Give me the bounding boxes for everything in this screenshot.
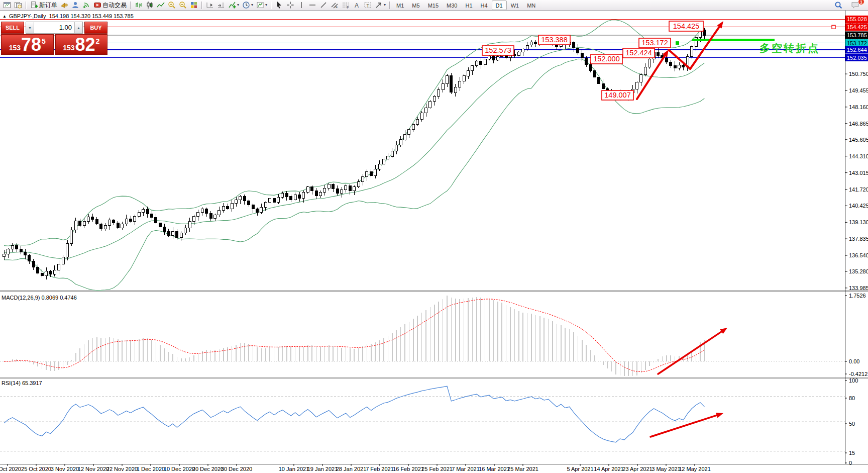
search-button[interactable]: [833, 1, 844, 10]
new-order-label: 新订单: [39, 1, 57, 10]
trendline-tool-button[interactable]: [318, 1, 329, 10]
buy-button[interactable]: BUY: [84, 22, 107, 34]
cursor-tool-button[interactable]: [274, 1, 285, 10]
chart-marker-icon: ▲: [3, 14, 7, 19]
svg-text:25 Mar 2021: 25 Mar 2021: [507, 466, 538, 472]
macd-histogram: [4, 296, 704, 376]
crosshair-tool-button[interactable]: [285, 1, 296, 10]
svg-text:133.985: 133.985: [849, 285, 868, 291]
arrows-tool-button[interactable]: ▾: [373, 1, 387, 10]
tile-windows-button[interactable]: [188, 1, 199, 10]
vertical-line-tool-button[interactable]: [296, 1, 307, 10]
svg-text:16 Feb 2021: 16 Feb 2021: [393, 466, 424, 472]
new-chart-button[interactable]: [2, 1, 13, 10]
timeframe-M30[interactable]: M30: [443, 1, 461, 10]
chart-canvas[interactable]: 多空转折点154.425153.388153.172152.573152.424…: [0, 0, 868, 473]
template-button[interactable]: ▾: [255, 1, 269, 10]
svg-text:137.835: 137.835: [849, 236, 868, 242]
arrow-shapes-icon: [375, 1, 383, 9]
new-order-icon: [30, 1, 38, 9]
svg-text:146.865: 146.865: [849, 121, 868, 127]
svg-text:12 Nov 2020: 12 Nov 2020: [78, 466, 109, 472]
svg-text:15: 15: [849, 450, 855, 456]
add-indicator-button[interactable]: ▾: [227, 1, 241, 10]
time-axis[interactable]: 5 Oct 202025 Oct 20203 Nov 202012 Nov 20…: [0, 464, 711, 472]
svg-text:144.310: 144.310: [849, 153, 868, 159]
buy-price-display[interactable]: 153 82 2: [55, 34, 108, 55]
svg-text:3 May 2021: 3 May 2021: [652, 466, 680, 472]
template-icon: [256, 1, 264, 9]
horizontal-line-tool-button[interactable]: [307, 1, 318, 10]
svg-text:50: 50: [849, 421, 855, 427]
svg-text:153.785: 153.785: [847, 32, 867, 38]
volume-decrease-button[interactable]: ▼: [26, 22, 34, 33]
svg-text:153.172: 153.172: [847, 40, 867, 46]
timeframe-MN[interactable]: MN: [523, 1, 539, 10]
svg-text:149.455: 149.455: [849, 87, 868, 93]
equidistant-channel-icon: E: [331, 1, 339, 9]
svg-text:7 Feb 2021: 7 Feb 2021: [366, 466, 394, 472]
fibonacci-tool-button[interactable]: F: [340, 1, 351, 10]
timeframe-H4[interactable]: H4: [477, 1, 492, 10]
svg-text:152.424: 152.424: [625, 49, 652, 57]
label-tool-button[interactable]: T: [362, 1, 373, 10]
line-handle[interactable]: [832, 25, 835, 29]
profiles-button[interactable]: [13, 1, 24, 10]
autotrade-button[interactable]: 自动交易: [92, 1, 128, 10]
svg-text:0: 0: [849, 460, 852, 466]
text-tool-button[interactable]: A: [351, 1, 362, 10]
zoom-out-icon: [179, 1, 187, 9]
svg-text:-0.4212: -0.4212: [849, 371, 867, 377]
timeframe-M15[interactable]: M15: [424, 1, 443, 10]
svg-text:16 Mar 2021: 16 Mar 2021: [479, 466, 510, 472]
line-chart-mode-button[interactable]: [155, 1, 166, 10]
svg-text:14 Apr 2021: 14 Apr 2021: [594, 466, 623, 472]
rsi-label: RSI(14) 65.3917: [2, 380, 42, 386]
timeframe-M5[interactable]: M5: [408, 1, 423, 10]
history-center-button[interactable]: [59, 1, 70, 10]
sell-price-pip: 5: [42, 37, 46, 45]
zoom-in-button[interactable]: [166, 1, 177, 10]
chevron-down-icon: ▾: [384, 3, 386, 7]
trend-arrows[interactable]: [637, 21, 727, 437]
fibonacci-icon: F: [342, 1, 350, 9]
period-button[interactable]: ▾: [241, 1, 255, 10]
pane-separators[interactable]: [0, 11, 868, 464]
sell-button[interactable]: SELL: [1, 22, 24, 34]
line-handle[interactable]: [676, 41, 679, 45]
rsi-line: [4, 386, 704, 442]
price-annotations[interactable]: 154.425153.388153.172152.573152.424152.0…: [482, 21, 703, 100]
price-axis[interactable]: 154.625153.340152.045150.750149.455148.1…: [845, 16, 868, 466]
svg-text:1.7526: 1.7526: [849, 293, 866, 299]
svg-text:152.000: 152.000: [593, 55, 619, 63]
community-button[interactable]: [70, 1, 81, 10]
svg-text:12 May 2021: 12 May 2021: [679, 466, 711, 472]
timeframe-H1[interactable]: H1: [461, 1, 476, 10]
horizontal-line-icon: [308, 1, 316, 9]
zoom-out-button[interactable]: [177, 1, 188, 10]
svg-text:136.540: 136.540: [849, 252, 868, 258]
person-icon: [71, 1, 79, 9]
candle-chart-mode-button[interactable]: [144, 1, 155, 10]
auto-scroll-button[interactable]: [204, 1, 215, 10]
notifications-button[interactable]: 1: [849, 1, 861, 10]
svg-text:80: 80: [849, 395, 855, 401]
one-click-trading-panel: SELL ▼ 1.00 ▲ BUY 153 78 5 153 82 2: [1, 22, 107, 55]
svg-text:T: T: [367, 3, 370, 8]
timeframe-W1[interactable]: W1: [507, 1, 523, 10]
sell-price-display[interactable]: 153 78 5: [1, 34, 54, 55]
chart-shift-button[interactable]: [215, 1, 227, 10]
channel-tool-button[interactable]: E: [329, 1, 340, 10]
separator: [26, 2, 27, 9]
signals-button[interactable]: [81, 1, 92, 10]
green-breakout-line[interactable]: [692, 39, 775, 41]
volume-input[interactable]: 1.00: [34, 22, 74, 33]
new-order-button[interactable]: 新订单: [29, 1, 59, 10]
svg-text:152.573: 152.573: [485, 46, 511, 54]
timeframe-D1[interactable]: D1: [492, 1, 507, 10]
timeframe-M1[interactable]: M1: [392, 1, 408, 10]
volume-increase-button[interactable]: ▲: [74, 22, 82, 33]
svg-text:152.644: 152.644: [847, 47, 867, 53]
bar-chart-mode-button[interactable]: [133, 1, 144, 10]
add-indicator-icon: [228, 1, 236, 9]
